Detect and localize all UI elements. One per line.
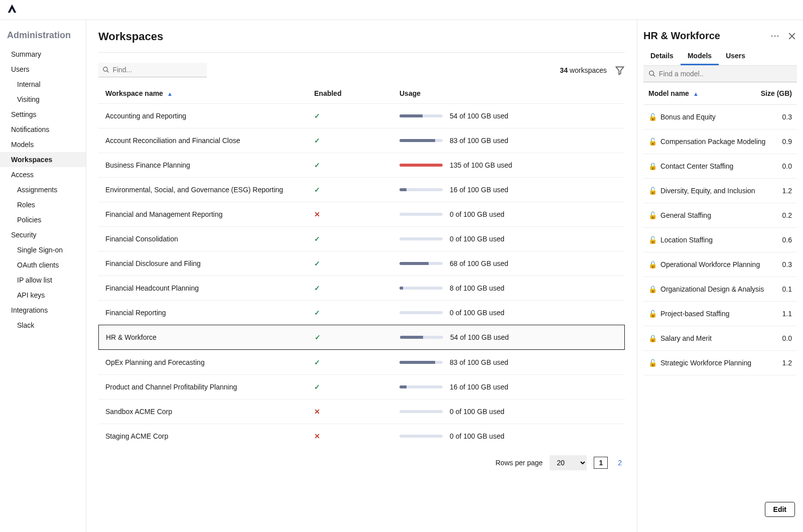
workspace-row[interactable]: Financial and Management Reporting✕0 of … bbox=[98, 202, 625, 226]
nav-item-assignments[interactable]: Assignments bbox=[0, 182, 86, 197]
close-icon[interactable] bbox=[787, 31, 797, 41]
unlocked-icon: 🔓 bbox=[648, 359, 656, 367]
workspace-row[interactable]: Sandbox ACME Corp✕0 of 100 GB used bbox=[98, 399, 625, 424]
workspace-row[interactable]: Financial Headcount Planning✓8 of 100 GB… bbox=[98, 276, 625, 300]
enabled-cell: ✓ bbox=[314, 161, 399, 169]
model-row[interactable]: 🔓Bonus and Equity0.3 bbox=[643, 105, 797, 129]
model-name-text: Organizational Design & Analysis bbox=[660, 285, 764, 293]
col-header-model-name[interactable]: Model name▲ bbox=[648, 89, 699, 97]
check-icon: ✓ bbox=[314, 235, 320, 243]
rows-per-page-select[interactable]: 20 bbox=[550, 455, 587, 470]
nav-item-visiting[interactable]: Visiting bbox=[0, 92, 86, 107]
cross-icon: ✕ bbox=[314, 432, 320, 440]
nav-item-notifications[interactable]: Notifications bbox=[0, 122, 86, 137]
check-icon: ✓ bbox=[314, 309, 320, 317]
sort-asc-icon: ▲ bbox=[167, 91, 173, 97]
filter-icon[interactable] bbox=[615, 65, 625, 75]
model-name-text: Contact Center Staffing bbox=[660, 162, 733, 170]
workspace-name: Financial Consolidation bbox=[105, 235, 314, 243]
enabled-cell: ✓ bbox=[314, 284, 399, 292]
nav-item-models[interactable]: Models bbox=[0, 137, 86, 152]
workspace-row[interactable]: HR & Workforce✓54 of 100 GB used bbox=[98, 325, 625, 350]
tab-details[interactable]: Details bbox=[643, 48, 681, 65]
model-row[interactable]: 🔒Organizational Design & Analysis0.1 bbox=[643, 277, 797, 302]
enabled-cell: ✓ bbox=[314, 137, 399, 145]
workspace-row[interactable]: Account Reconciliation and Financial Clo… bbox=[98, 128, 625, 153]
workspace-row[interactable]: OpEx Planning and Forecasting✓83 of 100 … bbox=[98, 350, 625, 374]
model-row[interactable]: 🔓Location Staffing0.6 bbox=[643, 228, 797, 252]
nav-item-users[interactable]: Users bbox=[0, 62, 86, 77]
edit-button[interactable]: Edit bbox=[765, 502, 795, 517]
nav-item-api-keys[interactable]: API keys bbox=[0, 288, 86, 303]
workspace-name: Account Reconciliation and Financial Clo… bbox=[105, 137, 314, 145]
nav-item-settings[interactable]: Settings bbox=[0, 107, 86, 122]
svg-line-6 bbox=[653, 75, 655, 77]
model-search-wrap[interactable] bbox=[643, 66, 797, 82]
col-header-usage[interactable]: Usage bbox=[399, 89, 618, 97]
usage-cell: 16 of 100 GB used bbox=[399, 186, 618, 194]
model-name-text: Salary and Merit bbox=[660, 334, 712, 342]
workspace-name: OpEx Planning and Forecasting bbox=[105, 358, 314, 366]
usage-cell: 54 of 100 GB used bbox=[400, 333, 617, 341]
model-size: 1.1 bbox=[782, 310, 792, 318]
workspace-name: Financial and Management Reporting bbox=[105, 210, 314, 218]
model-row[interactable]: 🔒Contact Center Staffing0.0 bbox=[643, 154, 797, 179]
nav-item-roles[interactable]: Roles bbox=[0, 197, 86, 212]
col-header-enabled[interactable]: Enabled bbox=[314, 89, 399, 97]
workspace-row[interactable]: Business Finance Planning✓135 of 100 GB … bbox=[98, 153, 625, 177]
tab-models[interactable]: Models bbox=[681, 48, 719, 65]
enabled-cell: ✓ bbox=[314, 186, 399, 194]
model-row[interactable]: 🔓Diversity, Equity, and Inclusion1.2 bbox=[643, 179, 797, 203]
search-input[interactable] bbox=[112, 66, 203, 74]
tab-users[interactable]: Users bbox=[719, 48, 752, 65]
nav-item-internal[interactable]: Internal bbox=[0, 77, 86, 92]
workspace-name: Environmental, Social, and Governance (E… bbox=[105, 186, 314, 194]
workspace-row[interactable]: Financial Disclosure and Filing✓68 of 10… bbox=[98, 251, 625, 276]
model-row[interactable]: 🔓Compensation Package Modeling0.9 bbox=[643, 129, 797, 154]
nav-item-workspaces[interactable]: Workspaces bbox=[0, 152, 86, 167]
model-size: 0.3 bbox=[782, 260, 792, 269]
search-input-wrap[interactable] bbox=[98, 63, 207, 77]
workspace-row[interactable]: Financial Reporting✓0 of 100 GB used bbox=[98, 300, 625, 325]
nav-item-integrations[interactable]: Integrations bbox=[0, 303, 86, 318]
check-icon: ✓ bbox=[314, 284, 320, 292]
main-content: Workspaces 34 workspaces Workspace name▲… bbox=[86, 20, 637, 532]
col-header-name[interactable]: Workspace name▲ bbox=[105, 89, 314, 97]
page-current[interactable]: 1 bbox=[594, 457, 608, 469]
rows-per-page-label: Rows per page bbox=[495, 459, 543, 467]
workspace-row[interactable]: Staging ACME Corp✕0 of 100 GB used bbox=[98, 424, 625, 448]
more-icon[interactable]: ··· bbox=[771, 32, 780, 40]
check-icon: ✓ bbox=[314, 186, 320, 194]
model-row[interactable]: 🔓Project-based Staffing1.1 bbox=[643, 302, 797, 326]
enabled-cell: ✓ bbox=[314, 259, 399, 268]
col-header-size[interactable]: Size (GB) bbox=[761, 89, 792, 97]
table-header: Workspace name▲ Enabled Usage bbox=[98, 81, 625, 103]
enabled-cell: ✓ bbox=[315, 333, 400, 341]
nav-item-security[interactable]: Security bbox=[0, 227, 86, 242]
model-row[interactable]: 🔒Salary and Merit0.0 bbox=[643, 326, 797, 351]
nav-item-slack[interactable]: Slack bbox=[0, 318, 86, 333]
workspace-row[interactable]: Financial Consolidation✓0 of 100 GB used bbox=[98, 226, 625, 251]
nav-item-summary[interactable]: Summary bbox=[0, 47, 86, 62]
check-icon: ✓ bbox=[315, 333, 321, 341]
sidebar-title: Administration bbox=[0, 30, 86, 47]
unlocked-icon: 🔓 bbox=[648, 187, 656, 195]
workspace-name: Business Finance Planning bbox=[105, 161, 314, 169]
nav-item-oauth-clients[interactable]: OAuth clients bbox=[0, 257, 86, 273]
nav-item-ip-allow-list[interactable]: IP allow list bbox=[0, 273, 86, 288]
workspace-row[interactable]: Product and Channel Profitability Planni… bbox=[98, 374, 625, 399]
workspace-row[interactable]: Accounting and Reporting✓54 of 100 GB us… bbox=[98, 103, 625, 128]
nav-item-single-sign-on[interactable]: Single Sign-on bbox=[0, 242, 86, 257]
page-link-2[interactable]: 2 bbox=[615, 457, 625, 468]
model-name-text: General Staffing bbox=[660, 211, 711, 219]
nav-item-policies[interactable]: Policies bbox=[0, 212, 86, 227]
workspace-row[interactable]: Environmental, Social, and Governance (E… bbox=[98, 177, 625, 202]
usage-bar bbox=[399, 262, 443, 265]
usage-cell: 135 of 100 GB used bbox=[399, 161, 618, 169]
model-row[interactable]: 🔒Operational Workforce Planning0.3 bbox=[643, 252, 797, 277]
model-size: 0.0 bbox=[782, 162, 792, 170]
model-row[interactable]: 🔓Strategic Workforce Planning1.2 bbox=[643, 351, 797, 375]
model-search-input[interactable] bbox=[659, 70, 792, 78]
nav-item-access[interactable]: Access bbox=[0, 167, 86, 182]
model-row[interactable]: 🔓General Staffing0.2 bbox=[643, 203, 797, 228]
